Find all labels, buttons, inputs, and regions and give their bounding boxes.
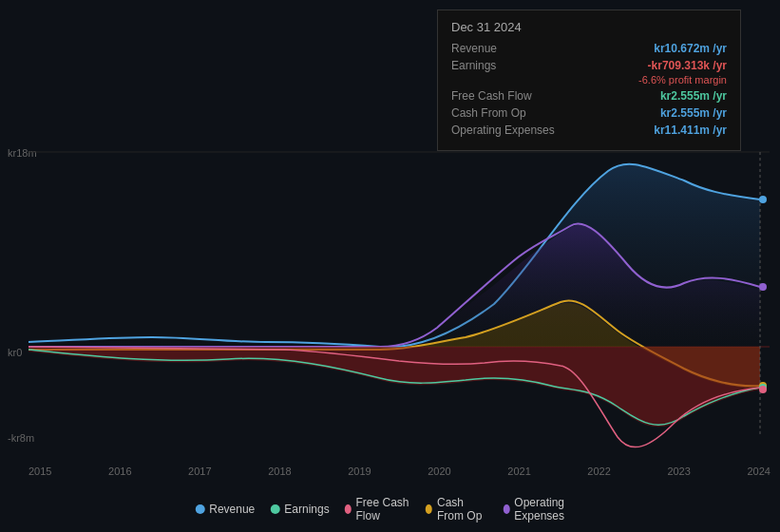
x-label-2020: 2020 <box>428 466 450 477</box>
tooltip-date: Dec 31 2024 <box>451 20 727 34</box>
legend-cfo-dot <box>426 504 432 514</box>
legend-opex-label: Operating Expenses <box>514 496 584 522</box>
x-label-2023: 2023 <box>667 466 690 477</box>
tooltip-cfo-row: Cash From Op kr2.555m /yr <box>451 106 727 120</box>
chart-container: Dec 31 2024 Revenue kr10.672m /yr Earnin… <box>0 0 780 532</box>
x-label-2018: 2018 <box>268 466 291 477</box>
legend-cfo-label: Cash From Op <box>437 496 488 522</box>
tooltip-earnings-row: Earnings -kr709.313k /yr <box>451 59 727 72</box>
legend-revenue-label: Revenue <box>209 503 255 516</box>
legend-revenue-dot <box>195 504 204 514</box>
tooltip-earnings-value: -kr709.313k /yr <box>648 59 727 72</box>
x-label-2016: 2016 <box>108 466 131 477</box>
legend-fcf: Free Cash Flow <box>345 496 411 522</box>
fcf-dot <box>759 386 767 393</box>
tooltip-fcf-row: Free Cash Flow kr2.555m /yr <box>451 89 727 103</box>
x-label-2024: 2024 <box>747 466 770 477</box>
opex-dot <box>759 283 767 291</box>
legend-fcf-label: Free Cash Flow <box>355 496 410 522</box>
legend-revenue: Revenue <box>195 503 255 516</box>
x-axis: 2015 2016 2017 2018 2019 2020 2021 2022 … <box>29 466 770 477</box>
x-label-2019: 2019 <box>348 466 371 477</box>
legend: Revenue Earnings Free Cash Flow Cash Fro… <box>195 496 585 522</box>
tooltip-cfo-value: kr2.555m /yr <box>660 106 727 120</box>
revenue-dot <box>759 196 767 203</box>
x-label-2022: 2022 <box>587 466 610 477</box>
legend-earnings: Earnings <box>270 503 329 516</box>
tooltip-cfo-label: Cash From Op <box>451 106 526 120</box>
x-label-2015: 2015 <box>29 466 51 477</box>
legend-earnings-label: Earnings <box>284 503 329 516</box>
x-label-2021: 2021 <box>507 466 530 477</box>
legend-opex-dot <box>503 504 509 514</box>
tooltip-opex-value: kr11.411m /yr <box>654 124 727 137</box>
tooltip-fcf-label: Free Cash Flow <box>451 89 532 103</box>
tooltip-revenue-label: Revenue <box>451 42 497 55</box>
tooltip-fcf-value: kr2.555m /yr <box>660 89 727 103</box>
x-label-2017: 2017 <box>188 466 211 477</box>
legend-earnings-dot <box>270 504 279 514</box>
tooltip-revenue-value: kr10.672m /yr <box>654 42 727 55</box>
tooltip-earnings-label: Earnings <box>451 59 496 72</box>
legend-opex: Operating Expenses <box>503 496 584 522</box>
tooltip: Dec 31 2024 Revenue kr10.672m /yr Earnin… <box>437 10 741 151</box>
tooltip-opex-row: Operating Expenses kr11.411m /yr <box>451 124 727 137</box>
legend-fcf-dot <box>345 504 352 514</box>
tooltip-margin: -6.6% profit margin <box>451 74 727 86</box>
legend-cfo: Cash From Op <box>426 496 487 522</box>
tooltip-opex-label: Operating Expenses <box>451 124 555 137</box>
tooltip-revenue-row: Revenue kr10.672m /yr <box>451 42 727 55</box>
